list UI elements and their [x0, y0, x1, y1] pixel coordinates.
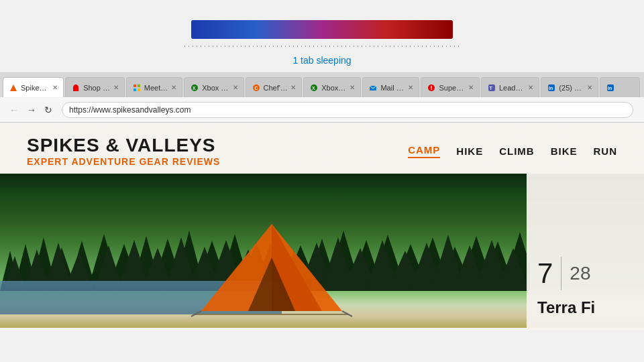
refresh-button[interactable]: ↻ [40, 102, 56, 118]
svg-rect-4 [138, 88, 140, 91]
svg-text:in: in [608, 86, 612, 90]
svg-text:X: X [193, 86, 196, 90]
tab-spikes-close[interactable]: ✕ [52, 84, 58, 91]
site-logo-title: SPIKES & VALLEYS [27, 135, 220, 156]
svg-text:in: in [549, 86, 553, 90]
forward-button[interactable]: → [23, 102, 40, 118]
site-nav: CAMP HIKE CLIMB BIKE RUN [408, 144, 617, 158]
tab-leader-label: Leaders [499, 84, 525, 92]
meet-favicon [132, 83, 142, 93]
tab-linkedin2[interactable]: in [600, 77, 640, 97]
leader-favicon: T [487, 83, 496, 93]
nav-item-run[interactable]: RUN [594, 145, 618, 157]
back-button[interactable]: ← [5, 102, 23, 118]
browser-chrome: Spikes & ✕ Shop Lo ✕ Meet m ✕ [0, 72, 644, 123]
tab-linkedin1[interactable]: in (25) Me ✕ [541, 77, 598, 97]
website-content: SPIKES & VALLEYS EXPERT ADVENTURE GEAR R… [0, 123, 644, 330]
chefs-favicon: C [252, 83, 261, 93]
mail-favicon [368, 83, 378, 93]
nav-item-hike[interactable]: HIKE [456, 145, 483, 157]
tab-leader[interactable]: T Leaders ✕ [481, 77, 539, 97]
tab-super-label: Super S [439, 84, 465, 92]
tab-super[interactable]: ! Super S ✕ [421, 77, 479, 97]
tab-shop-close[interactable]: ✕ [113, 84, 119, 91]
svg-text:T: T [489, 86, 492, 90]
xbox1-favicon: X [190, 83, 199, 93]
tab-xbox1[interactable]: X Xbox Se ✕ [184, 77, 244, 97]
tab-meet[interactable]: Meet m ✕ [126, 77, 182, 97]
tab-xbox1-label: Xbox Se [202, 84, 229, 92]
tabs-bar: Spikes & ✕ Shop Lo ✕ Meet m ✕ [0, 73, 644, 97]
site-logo-subtitle: EXPERT ADVENTURE GEAR REVIEWS [27, 156, 220, 167]
tab-sleeping-text: 1 tab sleeping [292, 55, 351, 66]
memory-bar-container: 1 tab sleeping [0, 0, 644, 72]
site-logo: SPIKES & VALLEYS EXPERT ADVENTURE GEAR R… [27, 135, 220, 167]
tab-leader-close[interactable]: ✕ [528, 84, 533, 91]
nav-item-camp[interactable]: CAMP [408, 144, 440, 158]
tab-linkedin1-close[interactable]: ✕ [587, 84, 592, 91]
tab-mail[interactable]: Mail - P ✕ [362, 77, 419, 97]
info-card-number-small: 28 [570, 263, 590, 284]
tab-chefs-close[interactable]: ✕ [290, 84, 296, 91]
tab-shop[interactable]: Shop Lo ✕ [65, 77, 125, 97]
url-input[interactable] [62, 102, 633, 118]
tab-spikes-label: Spikes & [21, 84, 50, 92]
tab-xbox2-close[interactable]: ✕ [350, 84, 355, 91]
svg-marker-0 [10, 84, 17, 91]
svg-text:!: ! [431, 84, 433, 91]
info-card-divider [561, 257, 561, 290]
tab-xbox2[interactable]: X Xbox S: ✕ [303, 77, 361, 97]
svg-text:X: X [312, 86, 315, 90]
tab-spikes[interactable]: Spikes & ✕ [3, 77, 64, 97]
tab-mail-close[interactable]: ✕ [408, 84, 413, 91]
tab-chefs-label: Chef's t [264, 84, 288, 92]
tab-xbox1-close[interactable]: ✕ [233, 84, 238, 91]
tab-mail-label: Mail - P [380, 84, 405, 92]
site-header: SPIKES & VALLEYS EXPERT ADVENTURE GEAR R… [0, 123, 644, 174]
address-bar-row: ← → ↻ [0, 97, 644, 123]
info-card-title: Terra Fi [537, 298, 633, 317]
hero-area: 7 28 Terra Fi [0, 174, 644, 328]
tab-meet-label: Meet m [144, 84, 168, 92]
svg-rect-1 [133, 84, 136, 87]
tab-linkedin1-label: (25) Me [559, 84, 584, 92]
tent-svg [188, 217, 356, 318]
tab-chefs[interactable]: C Chef's t ✕ [246, 77, 303, 97]
linkedin2-favicon: in [606, 83, 615, 93]
svg-rect-2 [138, 84, 140, 87]
nav-item-climb[interactable]: CLIMB [499, 145, 535, 157]
xbox2-favicon: X [309, 83, 319, 93]
svg-rect-3 [133, 88, 136, 91]
nav-item-bike[interactable]: BIKE [551, 145, 578, 157]
svg-text:C: C [254, 86, 258, 90]
tab-xbox2-label: Xbox S: [321, 84, 347, 92]
info-card-numbers: 7 28 [537, 257, 633, 290]
tab-shop-label: Shop Lo [83, 84, 111, 92]
tab-meet-close[interactable]: ✕ [171, 84, 176, 91]
memory-bar-ticks [184, 44, 460, 50]
memory-usage-bar [191, 20, 453, 39]
info-card-number-big: 7 [537, 259, 553, 288]
super-favicon: ! [427, 83, 436, 93]
shop-favicon [71, 83, 80, 93]
info-card: 7 28 Terra Fi [527, 174, 644, 328]
tab-super-close[interactable]: ✕ [468, 84, 474, 91]
linkedin1-favicon: in [547, 83, 556, 93]
spikes-favicon [9, 83, 18, 93]
